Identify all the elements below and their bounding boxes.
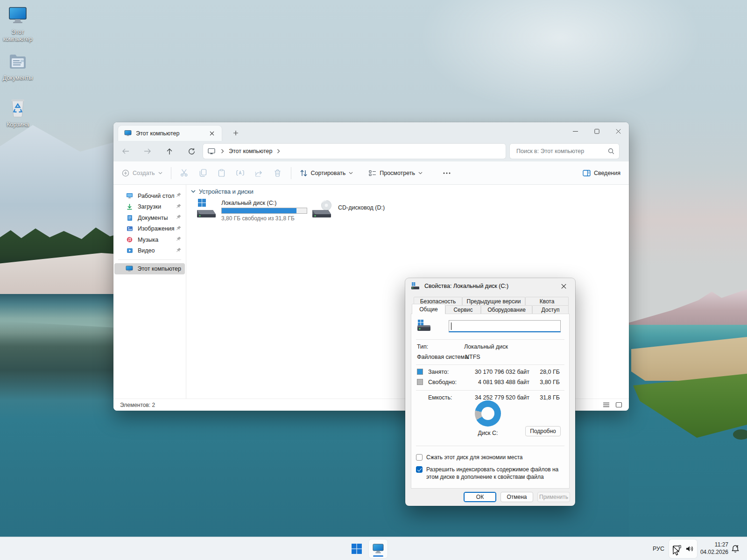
sidebar-separator bbox=[118, 259, 181, 260]
type-value: Локальный диск bbox=[464, 343, 508, 350]
explorer-tab[interactable]: Этот компьютер bbox=[118, 126, 222, 141]
separator bbox=[416, 446, 564, 446]
up-button[interactable] bbox=[162, 143, 177, 159]
sidebar-item-label: Загрузки bbox=[138, 203, 176, 210]
disk-usage-donut bbox=[475, 400, 501, 427]
dialog-title-bar: Свойства: Локальный диск (C:) bbox=[405, 278, 575, 294]
used-bytes: 30 170 796 032 байт bbox=[469, 369, 529, 375]
sort-icon bbox=[300, 169, 308, 177]
sidebar-item-desktop[interactable]: Рабочий стол bbox=[113, 190, 186, 202]
view-icon bbox=[369, 170, 376, 176]
volume-label-input[interactable] bbox=[449, 320, 561, 332]
breadcrumb-chevron-icon[interactable] bbox=[277, 149, 280, 154]
large-icons-view-icon[interactable] bbox=[615, 402, 622, 408]
tab-tools[interactable]: Сервис bbox=[445, 305, 481, 314]
tab-sharing[interactable]: Доступ bbox=[532, 305, 569, 314]
taskbar-app-this-pc[interactable] bbox=[369, 539, 388, 558]
compress-checkbox[interactable]: Сжать этот диск для экономии места bbox=[416, 454, 562, 461]
address-bar[interactable]: Этот компьютер bbox=[203, 144, 506, 159]
dialog-button-row: ОК Отмена Применить bbox=[405, 492, 575, 506]
copy-button[interactable] bbox=[194, 165, 212, 182]
details-button[interactable]: Подробно bbox=[525, 426, 561, 436]
sidebar-item-videos[interactable]: Видео bbox=[113, 245, 186, 257]
drive-c-icon bbox=[196, 199, 217, 218]
toolbar-separator bbox=[171, 167, 171, 179]
back-button[interactable] bbox=[118, 143, 134, 159]
filesystem-value: NTFS bbox=[465, 354, 480, 360]
new-tab-button[interactable] bbox=[229, 127, 242, 139]
sidebar-item-this-pc[interactable]: Этот компьютер bbox=[114, 263, 185, 274]
view-button-label: Просмотреть bbox=[380, 170, 415, 176]
index-checkbox-label: Разрешить индексировать содержимое файло… bbox=[426, 466, 564, 481]
ok-button[interactable]: ОК bbox=[464, 492, 496, 502]
tab-general[interactable]: Общие bbox=[412, 304, 445, 314]
sidebar-item-downloads[interactable]: Загрузки bbox=[113, 202, 186, 213]
disk-chart-label: Диск C: bbox=[464, 430, 512, 436]
drive-c-tile[interactable]: Локальный диск (C:) 3,80 ГБ свободно из … bbox=[196, 199, 307, 222]
desktop-icon-documents[interactable]: Документы bbox=[0, 52, 37, 82]
sidebar-item-documents[interactable]: Документы bbox=[113, 212, 186, 224]
search-box[interactable] bbox=[510, 144, 619, 159]
details-pane-label: Сведения bbox=[594, 170, 620, 176]
tab-hardware[interactable]: Оборудование bbox=[481, 305, 532, 314]
trash-icon bbox=[274, 169, 281, 177]
language-label: РУС bbox=[653, 546, 664, 552]
dialog-close-button[interactable] bbox=[556, 280, 571, 292]
compress-checkbox-label: Сжать этот диск для экономии места bbox=[426, 454, 562, 461]
type-label: Тип: bbox=[417, 343, 428, 350]
index-checkbox[interactable]: Разрешить индексировать содержимое файло… bbox=[416, 466, 564, 481]
group-header-devices[interactable]: Устройства и диски bbox=[191, 188, 254, 195]
refresh-button[interactable] bbox=[183, 143, 199, 159]
breadcrumb-chevron-icon bbox=[221, 149, 224, 154]
desktop-icon-this-pc[interactable]: Этот компьютер bbox=[0, 6, 37, 43]
notification-bell-icon[interactable] bbox=[730, 543, 741, 554]
paste-button[interactable] bbox=[212, 165, 231, 182]
search-input[interactable] bbox=[515, 147, 608, 155]
details-pane-button[interactable]: Сведения bbox=[583, 170, 629, 176]
free-size: 3,80 ГБ bbox=[532, 379, 560, 385]
taskbar: РУС 11:27 04.02.2026 bbox=[0, 537, 747, 560]
sidebar-item-label: Музыка bbox=[138, 237, 176, 243]
dialog-title: Свойства: Локальный диск (C:) bbox=[424, 283, 508, 289]
cancel-button[interactable]: Отмена bbox=[500, 492, 533, 502]
view-button[interactable]: Просмотреть bbox=[364, 167, 427, 179]
pin-icon bbox=[176, 214, 182, 221]
forward-button[interactable] bbox=[140, 143, 155, 159]
rename-button[interactable] bbox=[231, 165, 250, 182]
general-tab-page: Тип: Локальный диск Файловая система: NT… bbox=[411, 314, 570, 489]
tab-label: Доступ bbox=[541, 307, 559, 313]
start-button[interactable] bbox=[347, 539, 366, 558]
language-indicator[interactable]: РУС bbox=[650, 537, 667, 560]
desktop-icon-label: Документы bbox=[0, 75, 37, 82]
this-pc-icon bbox=[0, 6, 37, 27]
tab-quota[interactable]: Квота bbox=[525, 297, 569, 306]
sidebar-item-label: Изображения bbox=[138, 225, 176, 232]
sidebar-item-pictures[interactable]: Изображения bbox=[113, 224, 186, 235]
more-options-button[interactable] bbox=[437, 165, 456, 182]
sort-button[interactable]: Сортировать bbox=[295, 167, 358, 180]
sort-button-label: Сортировать bbox=[311, 170, 346, 176]
desktop: Этот компьютер Документы Корзина bbox=[0, 0, 747, 560]
apply-button[interactable]: Применить bbox=[537, 492, 570, 502]
taskbar-clock[interactable]: 11:27 04.02.2026 bbox=[699, 537, 728, 560]
minimize-button[interactable] bbox=[564, 122, 586, 140]
breadcrumb-this-pc[interactable]: Этот компьютер bbox=[229, 148, 272, 154]
close-button[interactable] bbox=[607, 122, 629, 140]
delete-button[interactable] bbox=[268, 165, 287, 182]
cut-button[interactable] bbox=[175, 165, 194, 182]
drive-c-usage-fill bbox=[222, 208, 296, 213]
tab-previous-versions[interactable]: Предыдущие версии bbox=[462, 297, 525, 306]
desktop-icon-recycle-bin[interactable]: Корзина bbox=[0, 97, 37, 128]
new-button[interactable]: Создать bbox=[117, 167, 167, 180]
tab-close-icon[interactable] bbox=[207, 128, 217, 139]
cut-icon bbox=[180, 169, 188, 177]
pictures-icon bbox=[126, 226, 134, 231]
index-checkbox-box[interactable] bbox=[416, 466, 423, 473]
sidebar-item-music[interactable]: Музыка bbox=[113, 234, 186, 245]
text-caret bbox=[451, 322, 451, 330]
drive-d-tile[interactable]: CD-дисковод (D:) bbox=[311, 199, 385, 218]
maximize-button[interactable] bbox=[586, 122, 607, 140]
details-view-icon[interactable] bbox=[603, 402, 610, 408]
share-button[interactable] bbox=[250, 165, 268, 182]
compress-checkbox-box[interactable] bbox=[416, 454, 423, 461]
